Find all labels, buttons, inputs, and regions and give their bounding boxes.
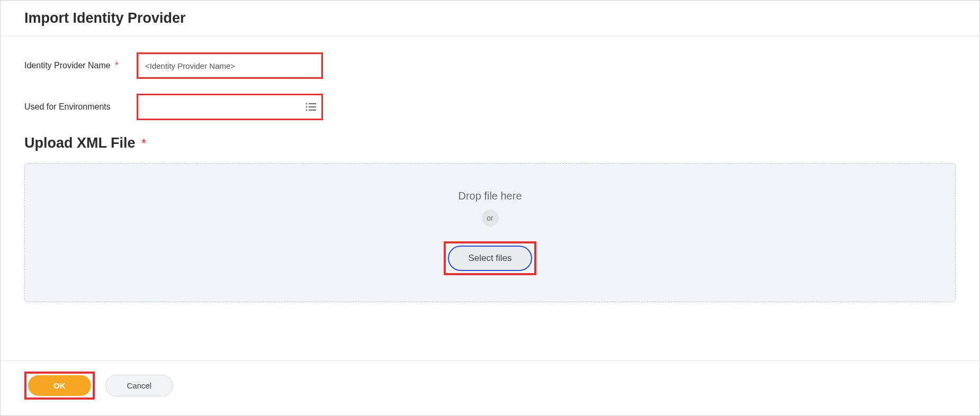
used-for-environments-input[interactable] — [138, 95, 300, 119]
svg-point-4 — [307, 110, 307, 111]
identity-provider-name-highlight — [137, 52, 323, 79]
required-asterisk-icon: * — [141, 136, 146, 150]
list-picker-icon[interactable] — [300, 102, 321, 112]
dropzone-or-badge: or — [482, 210, 499, 227]
svg-point-0 — [307, 104, 307, 104]
identity-provider-name-input[interactable] — [138, 54, 321, 77]
used-for-environments-row: Used for Environments — [24, 94, 956, 120]
identity-provider-name-row: Identity Provider Name * — [24, 52, 956, 79]
upload-xml-heading-text: Upload XML File — [24, 135, 136, 151]
ok-button[interactable]: OK — [28, 375, 91, 396]
dialog-header: Import Identity Provider — [1, 1, 979, 37]
cancel-button[interactable]: Cancel — [105, 375, 174, 396]
identity-provider-name-label: Identity Provider Name * — [24, 61, 137, 70]
dialog-title: Import Identity Provider — [24, 10, 956, 26]
file-dropzone[interactable]: Drop file here or Select files — [24, 163, 956, 302]
import-identity-provider-dialog: Import Identity Provider Identity Provid… — [0, 0, 980, 416]
dropzone-hint-text: Drop file here — [35, 190, 945, 202]
used-for-environments-highlight — [137, 94, 323, 120]
select-files-button[interactable]: Select files — [448, 246, 532, 271]
required-asterisk-icon: * — [115, 61, 118, 70]
svg-point-2 — [307, 107, 307, 107]
ok-button-highlight: OK — [24, 372, 95, 400]
form-body: Identity Provider Name * Used for Enviro… — [1, 37, 979, 360]
upload-xml-heading: Upload XML File * — [24, 135, 956, 151]
select-files-highlight: Select files — [444, 241, 536, 275]
dialog-footer: OK Cancel — [1, 360, 979, 415]
used-for-environments-label: Used for Environments — [24, 102, 137, 112]
identity-provider-name-label-text: Identity Provider Name — [24, 61, 111, 70]
